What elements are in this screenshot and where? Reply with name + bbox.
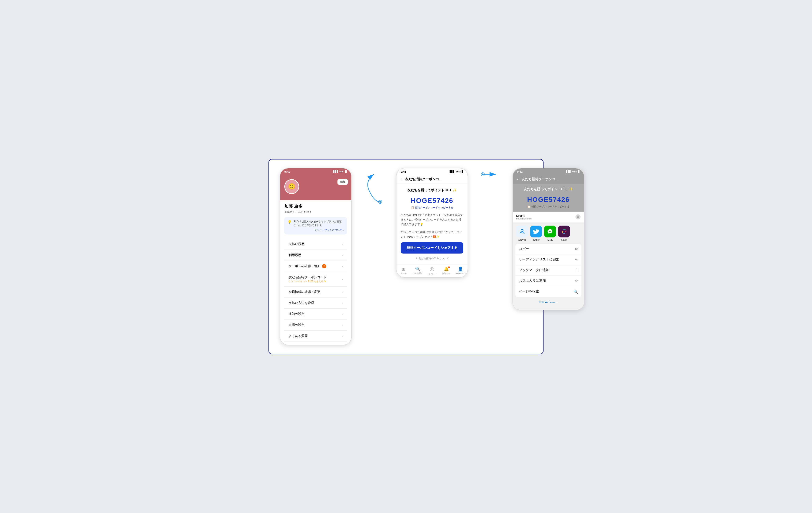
profile-body: 加藤 恵多 加藤さんこんにちは！ 💡 FitGo!で購入できるチケットプランの種… [280,200,351,345]
chevron-icon-5: › [342,290,343,294]
slack-icon [558,225,570,238]
tab-mypage-label-2: マイページ [455,272,466,275]
copy-icon-2: 📋 [411,206,414,209]
screen3-phone: 9:41 ▋▋▋ WiFi ▊ ‹ 友だち招待クーポンコ... 友だちを誘ってポ… [513,168,584,310]
menu-item-language[interactable]: 言語の設定 › [284,320,347,331]
tip-icon: 💡 [288,220,292,224]
tab-home-label-2: ホーム [401,272,407,275]
menu-item-payment-history[interactable]: 支払い履歴 › [284,239,347,250]
menu-label-usage-history: 利用履歴 [289,253,301,257]
svg-point-5 [482,173,484,175]
menu-item-payment-method[interactable]: 支払い方法を管理 › [284,298,347,308]
svg-rect-13 [565,229,566,231]
menu-item-coupon[interactable]: クーポンの確認・追加 2 › [284,261,347,272]
airdrop-icon [516,225,528,238]
share-apps-row: AirDrop Twitter LI [513,222,584,242]
sheet-app-title: LifeFit [516,214,532,217]
glasses-action-icon: ∞ [575,258,578,262]
action-copy-label: コピー [519,247,529,251]
action-copy[interactable]: コピー ⧉ [515,244,581,254]
coupon-headline-3: 友だちを誘ってポイントGET ✨ [517,187,580,191]
arrow2-svg [481,168,500,181]
language-label: 言語の設定 [289,323,304,327]
condition-text-2: 友だち招待の条件について [418,257,449,260]
edit-button[interactable]: 編集 [338,179,348,185]
svg-point-2 [379,201,381,203]
coupon-desc2-2: 招待してくれた加藤 恵多さんには「ケンコーポイント P100」をプレゼント🎁✨ [401,230,463,239]
chevron-icon-7: › [342,312,343,316]
tab-mypage-2[interactable]: 👤 マイページ [454,266,468,275]
sheet-close-button[interactable]: ✕ [576,214,581,219]
edit-actions-link[interactable]: Edit Actions... [513,299,584,306]
back-button-2[interactable]: ‹ [401,177,402,182]
action-favorites[interactable]: お気に入りに追加 ☆ [515,275,581,286]
points-icon-2: Ⓟ [430,266,434,272]
screen2-phone: 9:41 ▋▋▋ WiFi ▊ ‹ 友だち招待クーポンコ... 友だちを誘ってポ… [396,168,468,278]
arrow1-svg [364,168,383,210]
line-label: LINE [548,239,553,241]
avatar: 🙂 [284,179,299,194]
coupon-code-box-2: HOGE57426 📋 招待クーポンコードをコピーする [401,197,463,210]
coupon-label: クーポンの確認・追加 [289,264,320,268]
status-icons-1: ▋▋▋ WiFi ▊ [333,170,347,173]
profile-name: 加藤 恵多 [284,204,347,209]
share-app-twitter[interactable]: Twitter [530,225,542,241]
dimmed-coupon-area: 友だちを誘ってポイントGET ✨ HOGE57426 📋 招待クーポンコードをコ… [513,184,584,212]
tip-box: 💡 FitGo!で購入できるチケットプランの種類についてご存知ですか？ チケット… [284,217,347,235]
tab-news-2[interactable]: 🔔 お知らせ [439,266,454,275]
notification-dot-2 [448,266,450,268]
friend-condition-2[interactable]: ？ 友だち招待の条件について [401,257,463,260]
menu-item-notifications[interactable]: 通知の設定 › [284,308,347,320]
action-search-page[interactable]: ページを検索 🔍 [515,286,581,297]
tab-gym-2[interactable]: 🔍 ジムを探す [411,266,425,275]
tip-text: FitGo!で購入できるチケットプランの種類についてご存知ですか？ [294,220,344,227]
coupon-headline-2: 友だちを誘ってポイントGET ✨ [401,188,463,192]
sheet-app-url: hogehoge.com [516,217,532,220]
menu-item-friend-coupon[interactable]: 友だち招待クーポンコード ケンコーポイント P100 もらえる✨ › [284,272,347,287]
tab-gym-label-2: ジムを探す [412,272,423,275]
share-app-slack[interactable]: Slack [558,225,570,241]
svg-rect-10 [565,231,566,232]
profile-greeting: 加藤さんこんにちは！ [284,210,347,214]
outer-frame: 9:41 ▋▋▋ WiFi ▊ 🙂 編集 加藤 恵多 加藤さんこんにちは！ 💡 … [268,159,544,354]
menu-item-faq[interactable]: よくある質問 › [284,331,347,342]
tab-points-label-2: ポイント [428,273,436,275]
share-app-line[interactable]: LINE [544,225,556,241]
copy-icon-3: 📋 [527,205,531,208]
svg-rect-11 [563,233,565,234]
profile-header: 🙂 編集 [280,175,351,200]
status-icons-3: ▋▋▋ WiFi ▊ [566,170,580,173]
time-3: 9:41 [517,170,523,173]
wifi-icon-3: WiFi [572,170,577,173]
menu-item-usage-history[interactable]: 利用履歴 › [284,250,347,261]
notifications-label: 通知の設定 [289,312,304,316]
svg-point-7 [521,230,523,232]
friend-coupon-label: 友だち招待クーポンコード [289,275,327,279]
svg-rect-12 [562,232,563,233]
action-search-page-label: ページを検索 [519,289,539,294]
share-app-airdrop[interactable]: AirDrop [516,225,528,241]
tab-home-2[interactable]: ⊞ ホーム [397,266,411,275]
copy-action-icon: ⧉ [575,247,578,251]
back-button-3[interactable]: ‹ [517,177,518,182]
action-bookmark[interactable]: ブックマークに追加 □ [515,265,581,275]
copy-link-2[interactable]: 📋 招待クーポンコードをコピーする [401,206,463,210]
tab-points-2[interactable]: Ⓟ ポイント [425,266,439,275]
arrow1-area [364,168,383,210]
nav-title-3: 友だち招待クーポンコ... [522,177,558,182]
share-button-2[interactable]: 招待クーポンコードをシェアする [401,242,463,253]
svg-rect-9 [563,230,565,230]
friend-coupon-col: 友だち招待クーポンコード ケンコーポイント P100 もらえる✨ [289,275,327,283]
nav-bar-3: ‹ 友だち招待クーポンコ... [513,175,584,184]
chevron-icon-9: › [342,334,343,338]
menu-item-member-info[interactable]: 会員情報の確認・変更 › [284,287,347,298]
action-bookmark-label: ブックマークに追加 [519,268,549,272]
action-reading-list[interactable]: リーディングリストに追加 ∞ [515,254,581,265]
bookmark-action-icon: □ [576,268,578,272]
condition-icon-2: ？ [415,257,418,260]
status-icons-2: ▋▋▋ WiFi ▊ [450,170,463,173]
arrow2-area [481,168,500,181]
gym-icon-2: 🔍 [415,266,420,272]
tip-link[interactable]: チケットプランについて › [294,228,344,232]
signal-icon-2: ▋▋▋ [450,170,455,173]
